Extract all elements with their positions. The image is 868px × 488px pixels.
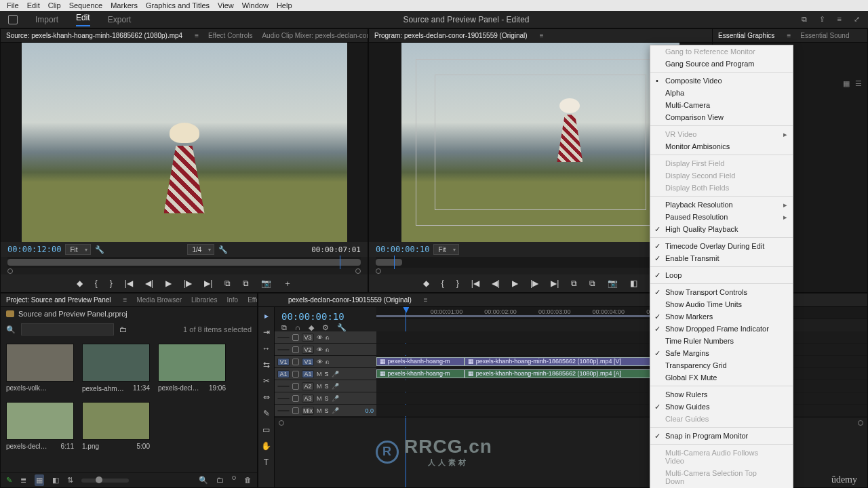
track-target[interactable]: A1 bbox=[302, 370, 314, 378]
voice-over-icon[interactable]: 🎤 bbox=[332, 383, 339, 390]
ws-export[interactable]: Export bbox=[108, 15, 132, 24]
step-fwd-icon[interactable]: |▶ bbox=[184, 279, 192, 288]
track-target[interactable]: V1 bbox=[302, 358, 314, 366]
find-icon[interactable]: 🔍 bbox=[199, 476, 208, 485]
menu-edit[interactable]: Edit bbox=[27, 1, 40, 9]
panel-menu-icon[interactable]: ≡ bbox=[540, 32, 544, 39]
search-input[interactable] bbox=[21, 323, 114, 336]
project-thumb[interactable]: pexels-ahmed-ツ-200...11:34 bbox=[82, 344, 150, 394]
button-editor-icon[interactable]: ＋ bbox=[283, 278, 292, 289]
toggle-output-icon[interactable]: 👁 bbox=[317, 359, 323, 365]
track-header[interactable]: V3👁⎌ bbox=[275, 331, 376, 343]
lift-icon[interactable]: ⧉ bbox=[571, 279, 577, 288]
source-resolution-icon[interactable]: 🔧 bbox=[218, 245, 228, 254]
type-tool-icon[interactable]: T bbox=[264, 458, 269, 467]
menu-item[interactable]: Gang Source and Program bbox=[650, 58, 793, 70]
menu-item[interactable]: Enable Transmit bbox=[650, 252, 793, 264]
program-context-menu[interactable]: Gang to Reference MonitorGang Source and… bbox=[650, 45, 793, 488]
sort-icon[interactable]: ⇅ bbox=[67, 476, 73, 485]
mark-out-icon[interactable]: } bbox=[456, 279, 459, 288]
zoom-out-icon[interactable] bbox=[376, 268, 381, 274]
tab-project[interactable]: Project: Source and Preview Panel bbox=[6, 296, 111, 304]
lock-icon[interactable] bbox=[292, 371, 299, 378]
rolling-edit-icon[interactable]: ⇆ bbox=[263, 360, 270, 369]
pen-tool-icon[interactable]: ✎ bbox=[263, 409, 270, 418]
menu-help[interactable]: Help bbox=[277, 1, 292, 9]
quick-export-icon[interactable]: ⧉ bbox=[802, 15, 807, 24]
track-header[interactable]: MixMS🎤0.0 bbox=[275, 405, 376, 416]
menu-view[interactable]: View bbox=[218, 1, 234, 9]
zoom-out-icon[interactable] bbox=[7, 268, 13, 274]
mute-icon[interactable]: M bbox=[317, 395, 322, 402]
delete-icon[interactable]: 🗑 bbox=[244, 476, 252, 485]
new-item-icon[interactable]: ✎ bbox=[6, 476, 12, 485]
tab-sequence[interactable]: pexels-declan-conor-19015559 (Original) bbox=[288, 296, 412, 304]
ws-edit[interactable]: Edit bbox=[76, 13, 90, 26]
menu-item[interactable]: Comparison View bbox=[650, 111, 793, 123]
track-target[interactable]: V2 bbox=[302, 346, 314, 354]
voice-over-icon[interactable]: 🎤 bbox=[332, 407, 339, 414]
source-patch[interactable] bbox=[277, 386, 290, 387]
menu-item[interactable]: Monitor Ambisonics bbox=[650, 140, 793, 152]
menu-item[interactable]: Show Audio Time Units bbox=[650, 298, 793, 310]
export-frame-icon[interactable]: 📷 bbox=[261, 279, 271, 288]
track-target[interactable]: Mix bbox=[302, 407, 314, 415]
new-bin-icon[interactable]: 🗀 bbox=[119, 325, 127, 333]
menu-file[interactable]: File bbox=[7, 1, 19, 9]
tab-effects[interactable]: Effect bbox=[248, 296, 258, 304]
source-patch[interactable] bbox=[277, 337, 290, 338]
mute-icon[interactable]: M bbox=[317, 371, 322, 378]
mute-icon[interactable]: M bbox=[317, 407, 322, 414]
step-fwd-icon[interactable]: |▶ bbox=[530, 279, 538, 288]
tab-info[interactable]: Info bbox=[226, 296, 238, 304]
go-to-out-icon[interactable]: ▶| bbox=[551, 279, 559, 288]
lock-icon[interactable] bbox=[292, 383, 299, 390]
icon-view-icon[interactable]: ▦ bbox=[35, 474, 44, 486]
track-header[interactable]: V1V1👁⎌ bbox=[275, 356, 376, 367]
menu-item[interactable]: Snap in Program Monitor bbox=[650, 430, 793, 442]
project-thumb[interactable]: pexels-volkan-yilmaz-... bbox=[6, 344, 74, 394]
extract-icon[interactable]: ⧉ bbox=[589, 279, 595, 288]
freeform-view-icon[interactable]: ◧ bbox=[52, 476, 59, 485]
menu-item[interactable]: Global FX Mute bbox=[650, 371, 793, 384]
toggle-output-icon[interactable]: 👁 bbox=[317, 334, 323, 341]
solo-icon[interactable]: S bbox=[325, 395, 329, 402]
go-to-in-icon[interactable]: |◀ bbox=[471, 279, 479, 288]
zoom-slider[interactable] bbox=[81, 479, 129, 483]
panel-menu-icon[interactable]: ≡ bbox=[787, 32, 791, 39]
hand-tool-icon[interactable]: ✋ bbox=[261, 441, 271, 451]
source-patch[interactable]: V1 bbox=[277, 358, 290, 366]
time-ruler[interactable]: 00:00:01:0000:00:02:0000:00:03:0000:00:0… bbox=[376, 307, 867, 319]
program-timecode[interactable]: 00:00:00:10 bbox=[376, 245, 429, 254]
maximize-icon[interactable]: ⤢ bbox=[854, 15, 860, 24]
lock-icon[interactable] bbox=[292, 359, 299, 365]
step-back-icon[interactable]: ◀| bbox=[492, 279, 500, 288]
insert-icon[interactable]: ⧉ bbox=[224, 279, 231, 288]
step-back-icon[interactable]: ◀| bbox=[145, 279, 153, 288]
program-fit-select[interactable]: Fit bbox=[433, 244, 458, 255]
source-settings-icon[interactable]: 🔧 bbox=[95, 245, 104, 254]
menu-item[interactable]: Playback Resolution bbox=[650, 199, 793, 211]
track-target[interactable]: A3 bbox=[302, 394, 314, 403]
track-lane[interactable] bbox=[376, 405, 867, 416]
slip-tool-icon[interactable]: ⇔ bbox=[263, 392, 270, 402]
solo-icon[interactable]: S bbox=[325, 383, 329, 390]
source-patch[interactable] bbox=[277, 349, 290, 350]
timeline-timecode[interactable]: 00:00:00:10 bbox=[281, 311, 370, 322]
solo-icon[interactable]: S bbox=[325, 407, 329, 414]
menu-sequence[interactable]: Sequence bbox=[69, 1, 103, 9]
track-header[interactable]: A1A1MS🎤 bbox=[275, 368, 376, 380]
project-thumb[interactable]: pexels-declan-conor-1...19:06 bbox=[158, 344, 226, 394]
menu-item[interactable]: Transparency Grid bbox=[650, 359, 793, 371]
track-lane[interactable] bbox=[376, 331, 867, 343]
track-header[interactable]: A2MS🎤 bbox=[275, 380, 376, 392]
add-marker-icon[interactable]: ◆ bbox=[423, 279, 429, 288]
timeline-clip[interactable]: ▦ pexels-khanh-hoang-m bbox=[376, 369, 465, 378]
zoom-in-icon[interactable] bbox=[858, 420, 863, 426]
mute-icon[interactable]: M bbox=[317, 383, 322, 390]
source-scrub-bar[interactable] bbox=[7, 257, 361, 268]
menu-item[interactable]: Show Dropped Frame Indicator bbox=[650, 323, 793, 335]
zoom-out-icon[interactable] bbox=[279, 420, 284, 426]
export-frame-icon[interactable]: 📷 bbox=[608, 279, 618, 288]
go-to-out-icon[interactable]: ▶| bbox=[204, 279, 212, 288]
